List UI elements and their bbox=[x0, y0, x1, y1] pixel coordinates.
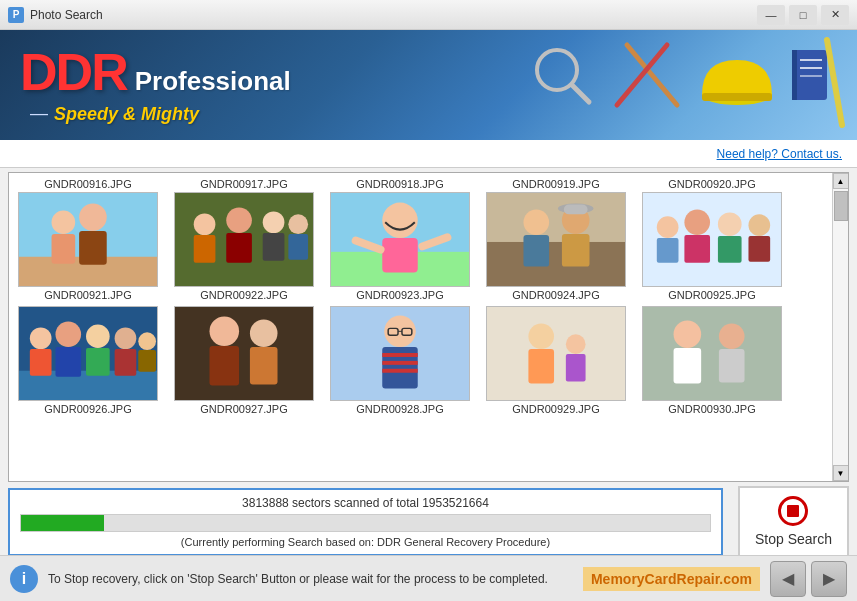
thumb-923 bbox=[330, 192, 470, 287]
app-icon: P bbox=[8, 7, 24, 23]
svg-point-82 bbox=[674, 320, 702, 348]
label-918: GNDR00918.JPG bbox=[326, 178, 474, 190]
grid-row-3: GNDR00926.JPG GNDR00927.JPG bbox=[14, 306, 828, 415]
status-message: To Stop recovery, click on 'Stop Search'… bbox=[48, 572, 583, 586]
svg-rect-72 bbox=[382, 369, 417, 373]
thumb-930 bbox=[642, 306, 782, 401]
svg-rect-80 bbox=[566, 354, 586, 382]
svg-point-60 bbox=[138, 332, 156, 350]
svg-rect-64 bbox=[210, 346, 240, 385]
photo-item-921[interactable]: GNDR00921.JPG bbox=[14, 192, 162, 301]
svg-point-56 bbox=[86, 324, 110, 348]
svg-rect-70 bbox=[382, 353, 417, 357]
svg-point-16 bbox=[79, 204, 107, 232]
stop-search-button[interactable]: Stop Search bbox=[738, 486, 849, 557]
vertical-scrollbar[interactable]: ▲ ▼ bbox=[832, 173, 848, 481]
svg-rect-83 bbox=[674, 348, 702, 383]
svg-point-79 bbox=[566, 334, 586, 354]
label-928: GNDR00928.JPG bbox=[356, 403, 443, 415]
header-banner: DDR Professional — Speedy & Mighty bbox=[0, 30, 857, 140]
photo-item-927[interactable]: GNDR00927.JPG bbox=[170, 306, 318, 415]
thumb-924 bbox=[486, 192, 626, 287]
svg-rect-34 bbox=[487, 242, 625, 286]
svg-rect-26 bbox=[288, 234, 308, 260]
label-916: GNDR00916.JPG bbox=[14, 178, 162, 190]
photo-grid: GNDR00916.JPG GNDR00917.JPG GNDR00918.JP… bbox=[8, 172, 849, 482]
label-922: GNDR00922.JPG bbox=[200, 289, 287, 301]
label-919: GNDR00919.JPG bbox=[482, 178, 630, 190]
label-930: GNDR00930.JPG bbox=[668, 403, 755, 415]
photo-item-928[interactable]: GNDR00928.JPG bbox=[326, 306, 474, 415]
label-927: GNDR00927.JPG bbox=[200, 403, 287, 415]
thumb-926 bbox=[18, 306, 158, 401]
grid-row-2: GNDR00921.JPG GNDR00922.JPG bbox=[14, 192, 828, 301]
help-bar: Need help? Contact us. bbox=[0, 140, 857, 168]
progress-bar-container bbox=[20, 514, 711, 532]
minimize-button[interactable]: — bbox=[757, 5, 785, 25]
forward-button[interactable]: ▶ bbox=[811, 561, 847, 597]
svg-rect-76 bbox=[487, 307, 625, 401]
thumb-922 bbox=[174, 192, 314, 287]
svg-point-65 bbox=[250, 319, 278, 347]
svg-line-2 bbox=[627, 45, 677, 105]
thumb-925 bbox=[642, 192, 782, 287]
svg-rect-15 bbox=[52, 234, 76, 264]
svg-point-21 bbox=[226, 207, 252, 233]
progress-sub-text: (Currently performing Search based on: D… bbox=[20, 536, 711, 548]
thumb-928 bbox=[330, 306, 470, 401]
svg-point-54 bbox=[55, 321, 81, 347]
help-link[interactable]: Need help? Contact us. bbox=[717, 147, 842, 161]
scroll-thumb[interactable] bbox=[834, 191, 848, 221]
photo-item-926[interactable]: GNDR00926.JPG bbox=[14, 306, 162, 415]
svg-rect-71 bbox=[382, 361, 417, 365]
info-icon: i bbox=[10, 565, 38, 593]
svg-rect-59 bbox=[115, 349, 137, 376]
svg-rect-22 bbox=[226, 233, 252, 263]
thumb-921 bbox=[18, 192, 158, 287]
thumb-929 bbox=[486, 306, 626, 401]
svg-point-25 bbox=[288, 214, 308, 234]
scroll-up-arrow[interactable]: ▲ bbox=[833, 173, 849, 189]
label-923: GNDR00923.JPG bbox=[356, 289, 443, 301]
svg-point-14 bbox=[52, 210, 76, 234]
svg-point-23 bbox=[263, 211, 285, 233]
photo-item-924[interactable]: GNDR00924.JPG bbox=[482, 192, 630, 301]
app-logo: DDR Professional — Speedy & Mighty bbox=[20, 46, 291, 125]
maximize-button[interactable]: □ bbox=[789, 5, 817, 25]
svg-point-58 bbox=[115, 327, 137, 349]
photo-item-922[interactable]: GNDR00922.JPG bbox=[170, 192, 318, 301]
svg-line-1 bbox=[572, 85, 589, 102]
nav-buttons: ◀ ▶ bbox=[770, 561, 847, 597]
stop-icon bbox=[778, 496, 808, 526]
photo-item-930[interactable]: GNDR00930.JPG bbox=[638, 306, 786, 415]
close-button[interactable]: ✕ bbox=[821, 5, 849, 25]
ddr-logo-text: DDR bbox=[20, 46, 127, 98]
svg-rect-17 bbox=[79, 231, 107, 265]
label-920: GNDR00920.JPG bbox=[638, 178, 786, 190]
stop-square bbox=[787, 505, 799, 517]
photo-item-925[interactable]: GNDR00925.JPG bbox=[638, 192, 786, 301]
svg-point-46 bbox=[718, 212, 742, 236]
progress-sectors-text: 3813888 sectors scanned of total 1953521… bbox=[20, 496, 711, 510]
back-button[interactable]: ◀ bbox=[770, 561, 806, 597]
svg-rect-62 bbox=[175, 307, 313, 401]
svg-rect-81 bbox=[643, 307, 781, 401]
photo-item-929[interactable]: GNDR00929.JPG bbox=[482, 306, 630, 415]
svg-rect-7 bbox=[792, 50, 797, 100]
svg-rect-24 bbox=[263, 233, 285, 261]
scroll-down-arrow[interactable]: ▼ bbox=[833, 465, 849, 481]
svg-line-3 bbox=[617, 45, 667, 105]
photo-item-923[interactable]: GNDR00923.JPG bbox=[326, 192, 474, 301]
svg-point-42 bbox=[657, 216, 679, 238]
svg-point-84 bbox=[719, 323, 745, 349]
svg-rect-6 bbox=[792, 50, 827, 100]
svg-rect-40 bbox=[564, 205, 588, 215]
progress-area: 3813888 sectors scanned of total 1953521… bbox=[8, 486, 849, 557]
svg-rect-47 bbox=[718, 236, 742, 263]
app-title: Photo Search bbox=[30, 8, 757, 22]
progress-bar-fill bbox=[21, 515, 104, 531]
svg-rect-49 bbox=[748, 236, 770, 262]
grid-row-1-labels: GNDR00916.JPG GNDR00917.JPG GNDR00918.JP… bbox=[14, 178, 828, 190]
label-921: GNDR00921.JPG bbox=[44, 289, 131, 301]
svg-rect-38 bbox=[562, 234, 590, 267]
